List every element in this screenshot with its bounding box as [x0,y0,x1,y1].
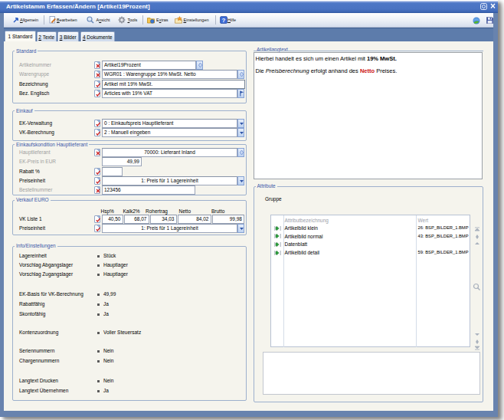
svg-text:?: ? [221,17,225,24]
